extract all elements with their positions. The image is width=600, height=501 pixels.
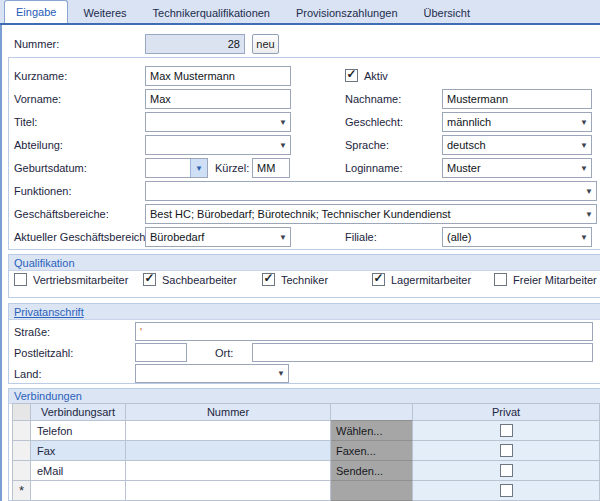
- titel-label: Titel:: [14, 116, 37, 128]
- privat-checkbox[interactable]: [500, 484, 513, 497]
- nummer-cell[interactable]: [126, 461, 331, 481]
- strasse-input[interactable]: ': [135, 322, 593, 341]
- techniker-checkbox[interactable]: [262, 273, 275, 286]
- geschaeftsbereiche-select[interactable]: Best HC; Bürobedarf; Bürotechnik; Techni…: [145, 204, 597, 224]
- privat-checkbox[interactable]: [500, 444, 513, 457]
- strasse-label: Straße:: [14, 326, 50, 338]
- titel-select[interactable]: ▼: [145, 112, 291, 132]
- nummer-cell[interactable]: [126, 441, 331, 461]
- sprache-label: Sprache:: [345, 139, 389, 151]
- tab-uebersicht[interactable]: Übersicht: [413, 2, 481, 23]
- col-header-nummer[interactable]: Nummer: [126, 404, 331, 421]
- funktionen-select[interactable]: ▼: [145, 181, 597, 201]
- kuerzel-input[interactable]: MM: [252, 158, 290, 178]
- privatanschrift-header[interactable]: Privatanschrift: [9, 304, 600, 320]
- row-header-cell[interactable]: [13, 441, 31, 461]
- verbindungen-table: Verbindungsart Nummer Privat Telefon Wäh…: [12, 403, 600, 501]
- qualifikation-title: Qualifikation: [14, 257, 75, 269]
- geburtsdatum-picker[interactable]: ▼: [145, 158, 208, 178]
- row-header-cell[interactable]: [13, 421, 31, 441]
- kurzname-label: Kurzname:: [14, 70, 67, 82]
- filiale-label: Filiale:: [345, 231, 377, 243]
- table-row: Telefon Wählen...: [13, 421, 600, 441]
- tab-eingabe[interactable]: Eingabe: [4, 0, 68, 23]
- sachbearbeiter-checkbox[interactable]: [143, 273, 156, 286]
- lagermitarbeiter-checkbox[interactable]: [372, 273, 385, 286]
- verbindungsart-cell[interactable]: Fax: [31, 441, 126, 461]
- neu-button[interactable]: neu: [252, 34, 279, 54]
- geschaeftsbereiche-label: Geschäftsbereiche:: [14, 208, 109, 220]
- vertriebsmitarbeiter-label: Vertriebsmitarbeiter: [33, 274, 128, 286]
- chevron-down-icon: ▼: [577, 118, 591, 127]
- filiale-select[interactable]: (alle)▼: [442, 227, 592, 247]
- geschlecht-select[interactable]: männlich▼: [442, 112, 592, 132]
- senden-button[interactable]: Senden...: [331, 461, 413, 481]
- funktionen-label: Funktionen:: [14, 185, 71, 197]
- geburtsdatum-label: Geburtsdatum:: [14, 162, 87, 174]
- col-header-privat[interactable]: Privat: [413, 404, 600, 421]
- verbindungen-title: Verbindungen: [14, 390, 82, 402]
- faxen-button[interactable]: Faxen...: [331, 441, 413, 461]
- new-row-marker[interactable]: *: [13, 481, 31, 501]
- loginname-label: Loginname:: [345, 162, 403, 174]
- verbindungsart-cell[interactable]: Telefon: [31, 421, 126, 441]
- table-row: eMail Senden...: [13, 461, 600, 481]
- kurzname-input[interactable]: Max Mustermann: [145, 66, 291, 86]
- aktueller-geschaeftsbereich-select[interactable]: Bürobedarf▼: [145, 227, 291, 247]
- qualifikation-header: Qualifikation: [9, 255, 600, 271]
- privat-checkbox[interactable]: [500, 464, 513, 477]
- verbindungsart-cell[interactable]: eMail: [31, 461, 126, 481]
- window-left-border: [0, 24, 2, 501]
- ort-input[interactable]: [252, 343, 593, 362]
- chevron-down-icon: ▼: [190, 159, 207, 177]
- tab-provisionszahlungen[interactable]: Provisionszahlungen: [285, 2, 409, 23]
- privat-cell: [413, 481, 600, 501]
- sprache-select[interactable]: deutsch▼: [442, 135, 592, 155]
- vorname-label: Vorname:: [14, 93, 61, 105]
- chevron-down-icon: ▼: [577, 233, 591, 242]
- postleitzahl-label: Postleitzahl:: [14, 347, 73, 359]
- chevron-down-icon: ▼: [276, 118, 290, 127]
- techniker-label: Techniker: [281, 274, 328, 286]
- chevron-down-icon: ▼: [577, 141, 591, 150]
- verbindungsart-cell[interactable]: [31, 481, 126, 501]
- nummer-cell[interactable]: [126, 421, 331, 441]
- vorname-input[interactable]: Max: [145, 89, 291, 109]
- tab-bar: Eingabe Weiteres Technikerqualifikatione…: [0, 0, 600, 25]
- nummer-label: Nummer:: [14, 38, 59, 50]
- chevron-down-icon: ▼: [582, 187, 596, 196]
- land-label: Land:: [14, 368, 42, 380]
- chevron-down-icon: ▼: [582, 210, 596, 219]
- abteilung-select[interactable]: ▼: [145, 135, 291, 155]
- chevron-down-icon: ▼: [274, 369, 288, 378]
- nummer-cell[interactable]: [126, 481, 331, 501]
- vertriebsmitarbeiter-checkbox[interactable]: [14, 273, 27, 286]
- abteilung-label: Abteilung:: [14, 139, 63, 151]
- kuerzel-label: Kürzel:: [215, 162, 249, 174]
- table-new-row: *: [13, 481, 600, 501]
- land-select[interactable]: ▼: [135, 364, 289, 383]
- lagermitarbeiter-label: Lagermitarbeiter: [391, 274, 471, 286]
- privat-cell: [413, 441, 600, 461]
- freier-mitarbeiter-checkbox[interactable]: [494, 273, 507, 286]
- waehlen-button[interactable]: Wählen...: [331, 421, 413, 441]
- tab-weiteres[interactable]: Weiteres: [72, 2, 137, 23]
- loginname-select[interactable]: Muster▼: [442, 158, 592, 178]
- nummer-field: 28: [145, 34, 245, 54]
- nachname-label: Nachname:: [345, 93, 401, 105]
- col-header-action[interactable]: [331, 404, 413, 421]
- aktiv-checkbox[interactable]: [345, 69, 358, 82]
- action-cell: [331, 481, 413, 501]
- tab-technikerqualifikationen[interactable]: Technikerqualifikationen: [142, 2, 281, 23]
- row-header-cell[interactable]: [13, 461, 31, 481]
- aktiv-label: Aktiv: [364, 70, 388, 82]
- freier-mitarbeiter-label: Freier Mitarbeiter: [513, 274, 597, 286]
- nachname-input[interactable]: Mustermann: [442, 89, 592, 109]
- postleitzahl-input[interactable]: [135, 343, 187, 362]
- col-header-verbindungsart[interactable]: Verbindungsart: [31, 404, 126, 421]
- privatanschrift-title: Privatanschrift: [14, 306, 84, 318]
- verbindungen-header: Verbindungen: [9, 389, 600, 404]
- table-header-row: Verbindungsart Nummer Privat: [13, 404, 600, 421]
- table-row: Fax Faxen...: [13, 441, 600, 461]
- privat-checkbox[interactable]: [500, 424, 513, 437]
